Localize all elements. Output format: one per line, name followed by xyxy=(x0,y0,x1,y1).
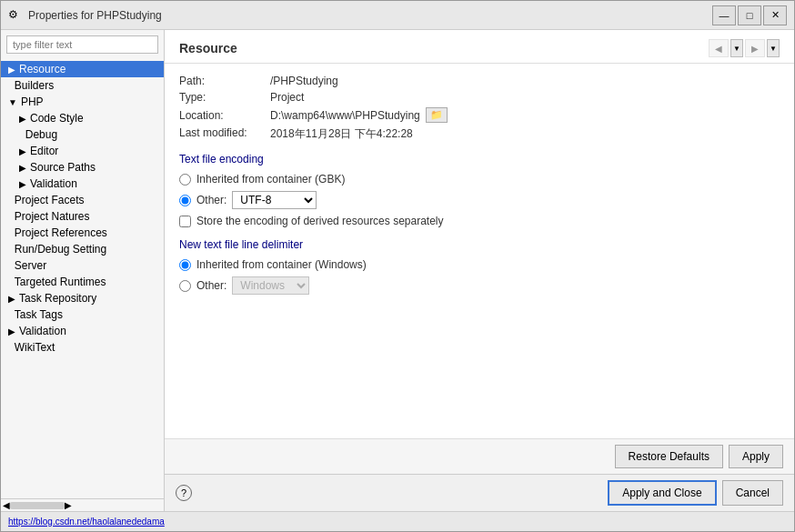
arrow-icon xyxy=(8,228,11,238)
lastmod-label: Last modified: xyxy=(179,126,270,142)
back-button[interactable]: ◀ xyxy=(709,39,729,57)
window-title: Properties for PHPStudying xyxy=(28,9,712,22)
sidebar-tree: ▶ Resource Builders ▼ PHP ▶ Code Style xyxy=(1,59,164,498)
path-row: Path: /PHPStudying xyxy=(179,75,780,87)
window: ⚙ Properties for PHPStudying — □ ✕ ▶ Res… xyxy=(0,0,795,532)
inherited-encoding-label: Inherited from container (GBK) xyxy=(196,173,345,186)
other-delimiter-radio[interactable] xyxy=(179,280,191,292)
sidebar-item-project-facets[interactable]: Project Facets xyxy=(1,192,164,208)
sidebar-item-label: Task Tags xyxy=(15,308,63,321)
arrow-icon xyxy=(8,310,11,320)
type-value: Project xyxy=(270,91,304,104)
path-value: /PHPStudying xyxy=(270,75,338,87)
sidebar-item-builders[interactable]: Builders xyxy=(1,77,164,94)
sidebar-item-label: Run/Debug Setting xyxy=(15,243,106,256)
lastmod-row: Last modified: 2018年11月28日 下午4:22:28 xyxy=(179,126,780,142)
sidebar-item-label: Editor xyxy=(30,145,58,157)
sidebar-item-project-references[interactable]: Project References xyxy=(1,225,164,241)
arrow-icon: ▶ xyxy=(8,326,15,336)
secondary-button-row: Restore Defaults Apply xyxy=(165,438,794,474)
store-encoding-row: Store the encoding of derived resources … xyxy=(179,215,780,227)
maximize-button[interactable]: □ xyxy=(738,5,761,25)
sidebar-item-resource[interactable]: ▶ Resource xyxy=(1,61,164,77)
panel-body: Path: /PHPStudying Type: Project Locatio… xyxy=(165,64,794,438)
sidebar-item-validation-php[interactable]: ▶ Validation xyxy=(1,176,164,192)
sidebar-item-server[interactable]: Server xyxy=(1,257,164,274)
location-label: Location: xyxy=(179,109,270,122)
sidebar-item-task-tags[interactable]: Task Tags xyxy=(1,306,164,323)
sidebar-scroll-thumb[interactable] xyxy=(10,502,65,509)
sidebar-item-code-style[interactable]: ▶ Code Style xyxy=(1,110,164,126)
encoding-section-title: Text file encoding xyxy=(179,153,780,166)
sidebar-item-validation[interactable]: ▶ Validation xyxy=(1,323,164,339)
encoding-select[interactable]: UTF-8 UTF-16 ISO-8859-1 GBK xyxy=(232,191,317,209)
sidebar-item-task-repository[interactable]: ▶ Task Repository xyxy=(1,290,164,306)
delimiter-section-title: New text file line delimiter xyxy=(179,238,780,251)
forward-button[interactable]: ▶ xyxy=(745,39,765,57)
other-encoding-label: Other: xyxy=(196,194,226,206)
forward-dropdown[interactable]: ▼ xyxy=(767,39,780,57)
arrow-icon xyxy=(8,343,11,353)
delimiter-select[interactable]: Windows Unix Mac OS X xyxy=(232,276,309,295)
right-panel: Resource ◀ ▼ ▶ ▼ Path: /PHPStudying Type… xyxy=(165,30,794,511)
location-row: Location: D:\wamp64\www\PHPStudying 📁 xyxy=(179,107,780,123)
sidebar-item-label: Builders xyxy=(15,79,54,92)
arrow-icon xyxy=(8,196,11,206)
sidebar-item-label: Validation xyxy=(19,325,66,337)
close-button[interactable]: ✕ xyxy=(763,5,787,25)
location-value: D:\wamp64\www\PHPStudying xyxy=(270,109,420,122)
inherited-encoding-radio[interactable] xyxy=(179,174,191,186)
arrow-icon: ▶ xyxy=(19,114,26,124)
delimiter-section: New text file line delimiter Inherited f… xyxy=(179,238,780,295)
apply-button[interactable]: Apply xyxy=(729,445,783,468)
arrow-icon: ▶ xyxy=(19,146,26,156)
inherited-encoding-row: Inherited from container (GBK) xyxy=(179,173,780,186)
main-action-buttons: Apply and Close Cancel xyxy=(608,480,783,506)
sidebar-item-php[interactable]: ▼ PHP xyxy=(1,94,164,110)
inherited-delimiter-label: Inherited from container (Windows) xyxy=(196,258,367,271)
back-dropdown[interactable]: ▼ xyxy=(730,39,743,57)
filter-input[interactable] xyxy=(6,35,158,54)
cancel-button[interactable]: Cancel xyxy=(722,480,783,506)
inherited-delimiter-row: Inherited from container (Windows) xyxy=(179,258,780,271)
restore-defaults-button[interactable]: Restore Defaults xyxy=(615,445,723,468)
sidebar-item-run-debug[interactable]: Run/Debug Setting xyxy=(1,241,164,257)
store-encoding-checkbox[interactable] xyxy=(179,216,191,227)
store-encoding-label: Store the encoding of derived resources … xyxy=(196,215,444,227)
other-encoding-radio[interactable] xyxy=(179,195,191,206)
footer-link[interactable]: https://blog.csdn.net/haolalanededama xyxy=(8,517,165,527)
sidebar-item-editor[interactable]: ▶ Editor xyxy=(1,143,164,159)
minimize-button[interactable]: — xyxy=(712,5,736,25)
sidebar-item-wikitext[interactable]: WikiText xyxy=(1,339,164,356)
apply-and-close-button[interactable]: Apply and Close xyxy=(608,480,716,506)
sidebar-item-label: Task Repository xyxy=(19,292,96,305)
sidebar-item-targeted-runtimes[interactable]: Targeted Runtimes xyxy=(1,274,164,290)
sidebar-item-label: PHP xyxy=(21,95,44,108)
type-row: Type: Project xyxy=(179,91,780,104)
sidebar-scrollbar[interactable]: ◀ ▶ xyxy=(1,498,164,511)
arrow-icon xyxy=(8,261,11,271)
window-icon: ⚙ xyxy=(8,8,23,23)
primary-button-row: ? Apply and Close Cancel xyxy=(165,474,794,511)
arrow-icon: ▶ xyxy=(19,179,26,189)
sidebar-item-label: Resource xyxy=(19,63,65,75)
location-browse-button[interactable]: 📁 xyxy=(426,107,448,123)
help-button[interactable]: ? xyxy=(176,485,192,501)
encoding-section: Text file encoding Inherited from contai… xyxy=(179,153,780,227)
type-label: Type: xyxy=(179,91,270,104)
path-label: Path: xyxy=(179,75,270,87)
arrow-icon xyxy=(8,212,11,222)
arrow-icon: ▼ xyxy=(8,97,17,107)
other-delimiter-label: Other: xyxy=(196,279,226,292)
other-encoding-row: Other: UTF-8 UTF-16 ISO-8859-1 GBK xyxy=(179,191,780,209)
arrow-icon xyxy=(8,81,11,91)
lastmod-value: 2018年11月28日 下午4:22:28 xyxy=(270,126,413,142)
inherited-delimiter-radio[interactable] xyxy=(179,259,191,271)
sidebar-item-source-paths[interactable]: ▶ Source Paths xyxy=(1,159,164,176)
footer-bar: https://blog.csdn.net/haolalanededama xyxy=(1,511,794,531)
nav-buttons: ◀ ▼ ▶ ▼ xyxy=(709,39,780,57)
arrow-icon xyxy=(19,130,22,140)
sidebar-item-label: Server xyxy=(15,259,46,272)
sidebar-item-debug[interactable]: Debug xyxy=(1,126,164,143)
sidebar-item-project-natures[interactable]: Project Natures xyxy=(1,208,164,225)
